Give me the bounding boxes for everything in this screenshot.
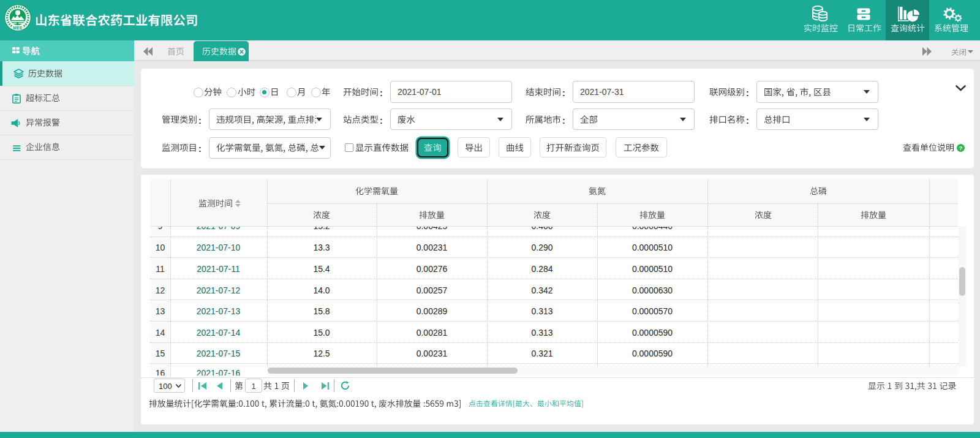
svg-text:?: ? [959, 145, 963, 151]
svg-text:MEE: MEE [13, 26, 23, 30]
